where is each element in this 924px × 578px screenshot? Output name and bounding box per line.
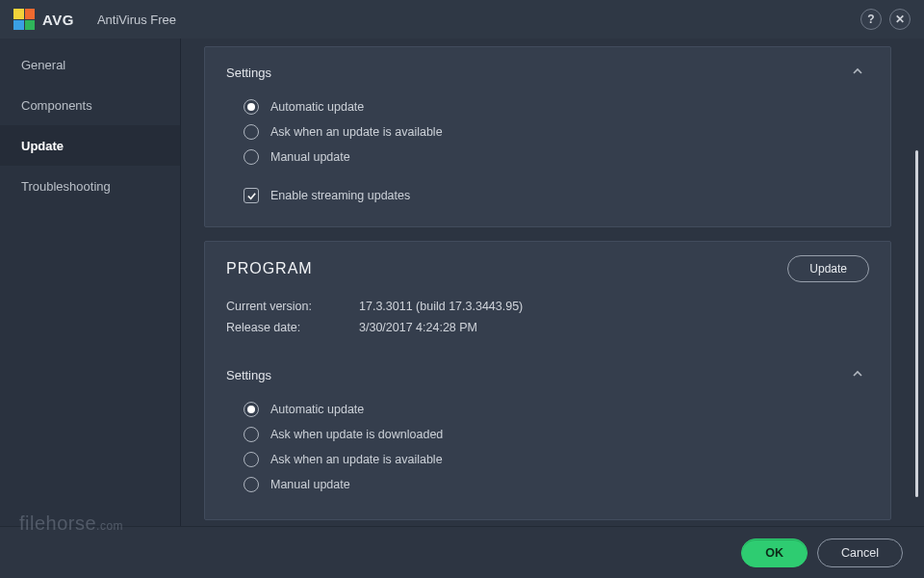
- title-bar: AVG AntiVirus Free ? ✕: [0, 0, 924, 39]
- collapse-button[interactable]: [846, 61, 869, 84]
- radio-icon: [244, 149, 259, 165]
- current-version-value: 17.3.3011 (build 17.3.3443.95): [359, 300, 523, 313]
- main-panel: Settings Automatic update: [181, 39, 924, 526]
- radio-label: Ask when update is downloaded: [270, 428, 443, 441]
- update-button[interactable]: Update: [787, 255, 869, 282]
- radio-program-manual[interactable]: Manual update: [244, 473, 869, 496]
- radio-label: Manual update: [270, 478, 350, 491]
- close-button[interactable]: ✕: [889, 9, 911, 30]
- radio-label: Manual update: [270, 150, 350, 164]
- app-title: AntiVirus Free: [97, 13, 176, 27]
- release-date-value: 3/30/2017 4:24:28 PM: [359, 321, 477, 334]
- virus-definitions-settings-card: Settings Automatic update: [204, 46, 891, 227]
- radio-icon: [244, 124, 259, 140]
- brand-text: AVG: [42, 12, 74, 28]
- current-version-label: Current version:: [226, 300, 359, 313]
- program-heading: PROGRAM: [226, 260, 313, 277]
- radio-ask-when-available[interactable]: Ask when an update is available: [244, 120, 869, 144]
- checkbox-label: Enable streaming updates: [270, 189, 410, 202]
- radio-icon: [244, 477, 259, 492]
- chevron-up-icon: [852, 64, 863, 81]
- program-info: Current version: 17.3.3011 (build 17.3.3…: [226, 296, 869, 338]
- logo-square: [13, 20, 24, 31]
- radio-icon: [244, 452, 259, 467]
- brand-logo: AVG: [13, 9, 74, 30]
- radio-program-automatic[interactable]: Automatic update: [244, 398, 869, 421]
- ok-button[interactable]: OK: [741, 539, 808, 567]
- sidebar-item-troubleshooting[interactable]: Troubleshooting: [0, 166, 180, 206]
- content-area: General Components Update Troubleshootin…: [0, 39, 924, 526]
- program-card: PROGRAM Update Current version: 17.3.301…: [204, 241, 891, 520]
- chevron-up-icon: [852, 366, 863, 383]
- radio-program-ask-downloaded[interactable]: Ask when update is downloaded: [244, 423, 869, 446]
- radio-label: Ask when an update is available: [270, 453, 443, 466]
- radio-manual-update[interactable]: Manual update: [244, 145, 869, 169]
- scroll-region[interactable]: Settings Automatic update: [181, 39, 912, 526]
- collapse-button[interactable]: [846, 363, 869, 386]
- sidebar-item-general[interactable]: General: [0, 44, 180, 85]
- scrollbar-thumb[interactable]: [915, 150, 918, 497]
- radio-automatic-update[interactable]: Automatic update: [244, 95, 869, 118]
- radio-icon: [244, 427, 259, 442]
- logo-square: [13, 9, 24, 19]
- sidebar: General Components Update Troubleshootin…: [0, 39, 181, 526]
- radio-label: Ask when an update is available: [270, 125, 443, 139]
- help-button[interactable]: ?: [860, 9, 882, 30]
- checkbox-icon: [244, 188, 259, 203]
- release-date-label: Release date:: [226, 321, 359, 334]
- sidebar-item-components[interactable]: Components: [0, 85, 180, 125]
- logo-icon: [13, 9, 35, 30]
- radio-icon: [244, 99, 259, 115]
- logo-square: [25, 9, 36, 19]
- sidebar-item-update[interactable]: Update: [0, 125, 180, 166]
- radio-program-ask-available[interactable]: Ask when an update is available: [244, 448, 869, 471]
- checkbox-streaming-updates[interactable]: Enable streaming updates: [244, 184, 869, 207]
- radio-label: Automatic update: [270, 403, 364, 416]
- radio-label: Automatic update: [270, 100, 364, 114]
- section-title: Settings: [226, 368, 271, 382]
- cancel-button[interactable]: Cancel: [817, 539, 903, 567]
- logo-square: [25, 20, 36, 31]
- radio-icon: [244, 402, 259, 417]
- dialog-footer: OK Cancel: [0, 526, 924, 578]
- section-title: Settings: [226, 66, 271, 80]
- settings-window: AVG AntiVirus Free ? ✕ General Component…: [0, 0, 924, 578]
